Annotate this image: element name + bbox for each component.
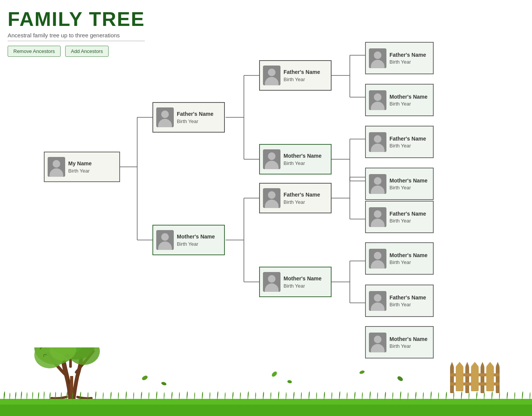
ff-year: Birth Year (284, 77, 320, 82)
mff-name: Father's Name (389, 210, 426, 217)
mm-info: Mother's Name Birth Year (284, 275, 322, 288)
father-year: Birth Year (177, 118, 213, 124)
ff-avatar (263, 66, 280, 85)
fmm-name: Mother's Name (389, 177, 428, 184)
fmf-year: Birth Year (389, 143, 426, 149)
self-card[interactable]: My Name Birth Year (44, 152, 120, 182)
ff-name: Father's Name (284, 69, 320, 75)
mm-avatar (263, 272, 280, 292)
mmf-name: Father's Name (389, 294, 426, 301)
svg-point-39 (397, 375, 404, 382)
fmm-avatar (369, 174, 386, 194)
svg-rect-52 (456, 366, 463, 391)
mmm-name: Mother's Name (389, 336, 428, 342)
fff-card[interactable]: Father's Name Birth Year (365, 42, 434, 74)
fence-decoration (448, 359, 502, 401)
fmf-card[interactable]: Father's Name Birth Year (365, 126, 434, 158)
mother-card[interactable]: Mother's Name Birth Year (152, 225, 225, 255)
fmf-avatar (369, 132, 386, 152)
mother-info: Mother's Name Birth Year (177, 233, 215, 246)
mmf-avatar (369, 291, 386, 311)
svg-marker-56 (471, 362, 479, 366)
mmf-info: Father's Name Birth Year (389, 294, 426, 307)
mother-year: Birth Year (177, 241, 215, 247)
mff-card[interactable]: Father's Name Birth Year (365, 201, 434, 233)
svg-rect-43 (465, 366, 469, 393)
mfm-info: Mother's Name Birth Year (389, 252, 428, 265)
fm-card[interactable]: Mother's Name Birth Year (259, 144, 332, 174)
mother-avatar (156, 230, 174, 250)
svg-point-36 (271, 371, 278, 378)
svg-rect-54 (486, 366, 494, 391)
self-year: Birth Year (68, 168, 91, 174)
mm-name: Mother's Name (284, 275, 322, 282)
fmf-name: Father's Name (389, 135, 426, 142)
mf-info: Father's Name Birth Year (284, 191, 320, 205)
fmm-card[interactable]: Mother's Name Birth Year (365, 168, 434, 200)
svg-point-35 (161, 381, 167, 386)
mother-name: Mother's Name (177, 233, 215, 240)
mff-info: Father's Name Birth Year (389, 210, 426, 224)
mm-card[interactable]: Mother's Name Birth Year (259, 267, 332, 297)
mmf-year: Birth Year (389, 302, 426, 307)
fmm-year: Birth Year (389, 185, 428, 190)
fmf-info: Father's Name Birth Year (389, 135, 426, 149)
fff-year: Birth Year (389, 59, 426, 65)
mmf-card[interactable]: Father's Name Birth Year (365, 285, 434, 317)
ffm-info: Mother's Name Birth Year (389, 93, 428, 107)
bottom-scene (0, 347, 532, 416)
fff-avatar (369, 48, 386, 68)
fff-name: Father's Name (389, 51, 426, 58)
svg-marker-48 (481, 362, 484, 366)
ff-info: Father's Name Birth Year (284, 69, 320, 82)
fm-year: Birth Year (284, 160, 322, 166)
ffm-name: Mother's Name (389, 93, 428, 100)
mfm-card[interactable]: Mother's Name Birth Year (365, 242, 434, 275)
svg-point-34 (141, 375, 149, 381)
mmm-info: Mother's Name Birth Year (389, 336, 428, 349)
mff-avatar (369, 207, 386, 227)
mf-card[interactable]: Father's Name Birth Year (259, 183, 332, 213)
ffm-year: Birth Year (389, 101, 428, 107)
ffm-card[interactable]: Mother's Name Birth Year (365, 84, 434, 116)
fm-name: Mother's Name (284, 152, 322, 159)
mf-avatar (263, 188, 280, 208)
svg-point-38 (359, 370, 365, 374)
mf-year: Birth Year (284, 199, 320, 205)
svg-rect-45 (496, 366, 500, 393)
fm-avatar (263, 149, 280, 169)
fmm-info: Mother's Name Birth Year (389, 177, 428, 190)
svg-point-37 (287, 380, 292, 384)
svg-marker-57 (486, 362, 494, 366)
svg-rect-42 (450, 366, 454, 393)
self-name: My Name (68, 160, 91, 167)
ff-card[interactable]: Father's Name Birth Year (259, 60, 332, 91)
father-name: Father's Name (177, 110, 213, 117)
fm-info: Mother's Name Birth Year (284, 152, 322, 166)
mfm-avatar (369, 249, 386, 269)
svg-rect-53 (471, 366, 479, 391)
mf-name: Father's Name (284, 191, 320, 198)
svg-marker-46 (450, 362, 454, 366)
father-card[interactable]: Father's Name Birth Year (152, 102, 225, 133)
mff-year: Birth Year (389, 218, 426, 224)
ffm-avatar (369, 90, 386, 110)
fff-info: Father's Name Birth Year (389, 51, 426, 65)
svg-marker-55 (456, 362, 463, 366)
self-avatar (48, 157, 65, 177)
mfm-name: Mother's Name (389, 252, 428, 259)
mfm-year: Birth Year (389, 259, 428, 265)
mm-year: Birth Year (284, 283, 322, 289)
svg-marker-47 (465, 362, 469, 366)
father-avatar (156, 107, 174, 127)
svg-rect-44 (481, 366, 484, 393)
self-info: My Name Birth Year (68, 160, 91, 173)
svg-marker-49 (496, 362, 500, 366)
father-info: Father's Name Birth Year (177, 110, 213, 124)
